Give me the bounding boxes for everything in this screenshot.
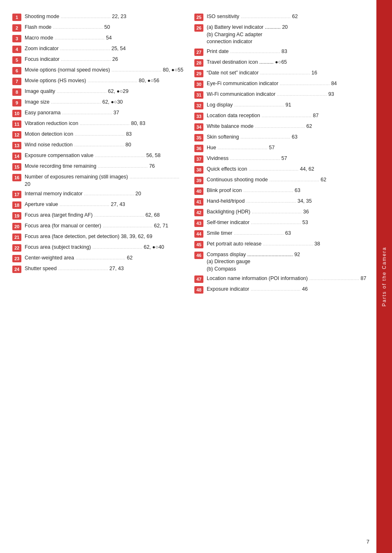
sidebar-label: Parts of the Camera — [381, 247, 387, 306]
right-column: 25ISO sensitivity ......................… — [194, 12, 368, 541]
left-column: 1Shooting mode .........................… — [12, 12, 186, 541]
item-badge: 37 — [194, 155, 203, 163]
list-item: 23Center-weighted area .................… — [12, 254, 186, 264]
list-item: 5Focus indicator .......................… — [12, 55, 186, 65]
item-text: Exposure compensation value ............… — [25, 152, 186, 160]
item-text: Pet portrait auto release ..............… — [207, 241, 368, 248]
list-item: 11Vibration reduction icon .............… — [12, 119, 186, 129]
list-item: 39Continuous shooting mode .............… — [194, 176, 368, 185]
item-badge: 35 — [194, 134, 203, 141]
list-item: 48Exposure indicator ...................… — [194, 285, 368, 295]
item-text: ISO sensitivity ........................… — [207, 13, 368, 21]
main-content: 1Shooting mode .........................… — [0, 0, 376, 553]
item-badge: 13 — [12, 142, 21, 149]
item-text: Smile timer ............................… — [207, 230, 368, 237]
list-item: 47Location name information (POI informa… — [194, 274, 368, 284]
item-badge: 32 — [194, 102, 203, 109]
list-item: 44Smile timer ..........................… — [194, 229, 368, 239]
item-badge: 8 — [12, 88, 21, 96]
item-text: Backlighting (HDR) .....................… — [207, 208, 368, 216]
list-item: 36Hue ..................................… — [194, 143, 368, 153]
list-item: 22Focus area (subject tracking) ........… — [12, 243, 186, 253]
item-text: Shutter speed ..........................… — [25, 265, 186, 273]
item-badge: 18 — [12, 201, 21, 209]
list-item: 2Flash mode ............................… — [12, 23, 186, 33]
item-text: Vividness ..............................… — [207, 155, 368, 162]
page-container: 1Shooting mode .........................… — [0, 0, 392, 553]
item-badge: 43 — [194, 220, 203, 227]
item-badge: 3 — [12, 35, 21, 42]
item-text: Blink proof icon .......................… — [207, 187, 368, 194]
item-text: Travel destination icon .......... ●○65 — [207, 59, 368, 66]
list-item: 33Location data reception ..............… — [194, 111, 368, 121]
item-text: Print date .............................… — [207, 48, 368, 56]
item-text: Wind noise reduction ...................… — [25, 141, 186, 149]
item-text: Image size .............................… — [25, 99, 186, 106]
item-badge: 42 — [194, 209, 203, 216]
item-text: (a) Battery level indicator ........... … — [207, 24, 368, 46]
list-item: 18Aperture value .......................… — [12, 200, 186, 210]
item-badge: 40 — [194, 187, 203, 195]
item-text: Focus area (face detection, pet detectio… — [25, 233, 186, 241]
list-item: 31Wi-Fi communication indicator ........… — [194, 90, 368, 100]
item-text: Easy panorama ..........................… — [25, 109, 186, 117]
item-text: Motion detection icon ..................… — [25, 131, 186, 138]
item-badge: 16 — [12, 174, 21, 181]
list-item: 12Motion detection icon ................… — [12, 130, 186, 140]
list-item: 7Movie options (HS movies) .............… — [12, 76, 186, 86]
item-badge: 36 — [194, 145, 203, 152]
list-item: 38Quick effects icon ...................… — [194, 165, 368, 175]
item-badge: 26 — [194, 24, 203, 32]
list-item: 17Internal memory indicator ............… — [12, 190, 186, 199]
list-item: 28Travel destination icon .......... ●○6… — [194, 58, 368, 68]
item-badge: 27 — [194, 49, 203, 56]
list-item: 14Exposure compensation value ..........… — [12, 151, 186, 161]
list-item: 37Vividness ............................… — [194, 154, 368, 164]
list-item: 46Compass display ......................… — [194, 250, 368, 274]
item-badge: 31 — [194, 91, 203, 99]
list-item: 29“Date not set” indicator .............… — [194, 69, 368, 79]
list-item: 3Macro mode ............................… — [12, 34, 186, 44]
item-text: Zoom indicator .........................… — [25, 45, 186, 53]
item-text: Eye-Fi communication indicator .........… — [207, 80, 368, 88]
item-badge: 46 — [194, 252, 203, 259]
list-item: 45Pet portrait auto release ............… — [194, 240, 368, 250]
list-item: 19Focus area (target finding AF) .......… — [12, 211, 186, 221]
item-text: Internal memory indicator ..............… — [25, 190, 186, 198]
list-item: 1Shooting mode .........................… — [12, 12, 186, 22]
item-badge: 38 — [194, 166, 203, 174]
list-item: 8Image quality .........................… — [12, 87, 186, 97]
item-badge: 20 — [12, 223, 21, 230]
item-badge: 25 — [194, 14, 203, 21]
list-item: 32Log display ..........................… — [194, 101, 368, 111]
list-item: 21Focus area (face detection, pet detect… — [12, 232, 186, 242]
list-item: 6Movie options (normal speed movies) ...… — [12, 66, 186, 76]
item-badge: 30 — [194, 81, 203, 88]
item-text: Focus area (for manual or center) ......… — [25, 222, 186, 230]
item-text: Movie recording time remaining .........… — [25, 163, 186, 170]
list-item: 41Hand-held/tripod .....................… — [194, 197, 368, 207]
list-item: 13Wind noise reduction .................… — [12, 141, 186, 150]
item-badge: 29 — [194, 70, 203, 77]
list-item: 34White balance mode ...................… — [194, 122, 368, 132]
item-text: “Date not set” indicator ...............… — [207, 69, 368, 77]
list-item: 20Focus area (for manual or center) ....… — [12, 222, 186, 231]
item-badge: 14 — [12, 153, 21, 160]
item-text: Location data reception ................… — [207, 112, 368, 120]
item-text: Continuous shooting mode ...............… — [207, 176, 368, 184]
item-badge: 48 — [194, 286, 203, 294]
list-item: 9Image size ............................… — [12, 98, 186, 108]
item-text: Aperture value .........................… — [25, 201, 186, 208]
item-text: Self-timer indicator ...................… — [207, 219, 368, 227]
item-badge: 5 — [12, 56, 21, 64]
item-badge: 10 — [12, 110, 21, 117]
item-badge: 28 — [194, 59, 203, 67]
item-text: Exposure indicator .....................… — [207, 286, 368, 293]
item-text: Movie options (normal speed movies) ....… — [25, 67, 186, 74]
item-text: Number of exposures remaining (still ima… — [25, 174, 186, 188]
item-text: Flash mode .............................… — [25, 24, 186, 31]
page-number: 7 — [367, 539, 369, 545]
item-badge: 1 — [12, 14, 21, 21]
item-text: Skin softening .........................… — [207, 134, 368, 141]
item-badge: 22 — [12, 244, 21, 252]
